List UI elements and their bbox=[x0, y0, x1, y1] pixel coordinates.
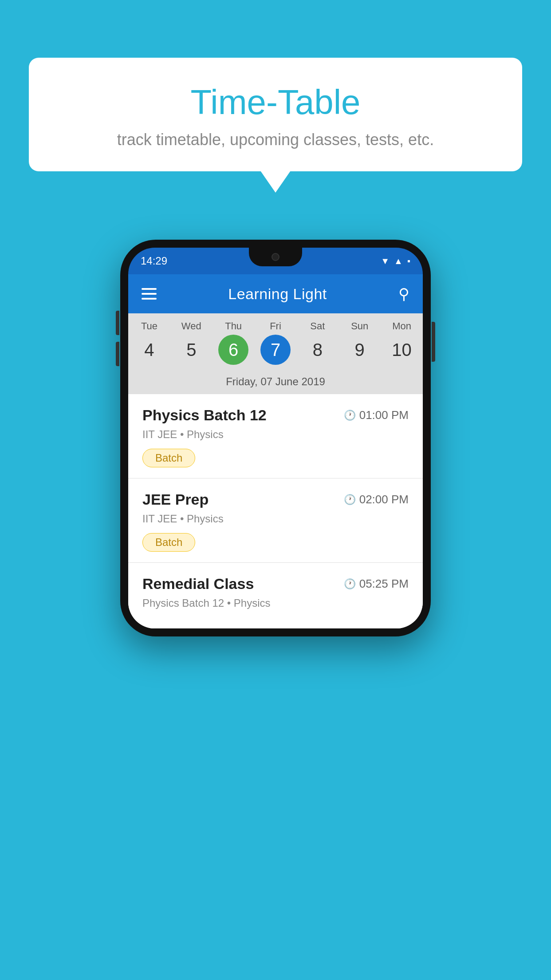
speech-bubble-container: Time-Table track timetable, upcoming cla… bbox=[29, 58, 522, 171]
phone-screen: Learning Light ⚲ Tue4Wed5Thu6Fri7Sat8Sun… bbox=[128, 274, 423, 628]
volume-down-button[interactable] bbox=[116, 342, 119, 366]
class-list: Physics Batch 12🕐 01:00 PMIIT JEE • Phys… bbox=[128, 394, 423, 628]
selected-date-label: Friday, 07 June 2019 bbox=[128, 371, 423, 394]
day-number[interactable]: 4 bbox=[134, 335, 164, 365]
day-number[interactable]: 6 bbox=[218, 335, 248, 365]
calendar-day[interactable]: Mon10 bbox=[381, 313, 423, 371]
day-name: Thu bbox=[213, 320, 255, 332]
bubble-subtitle: track timetable, upcoming classes, tests… bbox=[55, 130, 496, 149]
day-number[interactable]: 5 bbox=[176, 335, 206, 365]
phone-outer: 14:29 ▼ ▲ ▪ Learning Light ⚲ bbox=[120, 240, 431, 636]
day-number[interactable]: 9 bbox=[345, 335, 375, 365]
battery-icon: ▪ bbox=[407, 256, 410, 266]
status-icons: ▼ ▲ ▪ bbox=[381, 256, 410, 266]
menu-button[interactable] bbox=[142, 288, 157, 300]
day-name: Mon bbox=[381, 320, 423, 332]
signal-icon: ▲ bbox=[394, 256, 403, 266]
status-time: 14:29 bbox=[141, 255, 167, 267]
class-meta: IIT JEE • Physics bbox=[142, 428, 409, 441]
class-meta: IIT JEE • Physics bbox=[142, 513, 409, 525]
calendar-day[interactable]: Thu6 bbox=[213, 313, 255, 371]
class-item[interactable]: Remedial Class🕐 05:25 PMPhysics Batch 12… bbox=[128, 563, 423, 628]
status-bar: 14:29 ▼ ▲ ▪ bbox=[128, 248, 423, 274]
day-name: Sun bbox=[338, 320, 381, 332]
day-number[interactable]: 7 bbox=[260, 335, 291, 365]
class-meta: Physics Batch 12 • Physics bbox=[142, 597, 409, 609]
calendar-day[interactable]: Wed5 bbox=[170, 313, 213, 371]
app-title: Learning Light bbox=[169, 285, 386, 303]
phone-mockup: 14:29 ▼ ▲ ▪ Learning Light ⚲ bbox=[120, 240, 431, 636]
wifi-icon: ▼ bbox=[381, 256, 390, 266]
day-name: Fri bbox=[255, 320, 297, 332]
class-time: 🕐 02:00 PM bbox=[344, 493, 409, 506]
clock-icon: 🕐 bbox=[344, 494, 356, 506]
search-button[interactable]: ⚲ bbox=[398, 285, 409, 303]
clock-icon: 🕐 bbox=[344, 578, 356, 590]
power-button[interactable] bbox=[432, 322, 435, 362]
calendar-day[interactable]: Tue4 bbox=[128, 313, 170, 371]
volume-up-button[interactable] bbox=[116, 311, 119, 335]
clock-icon: 🕐 bbox=[344, 410, 356, 421]
calendar-week: Tue4Wed5Thu6Fri7Sat8Sun9Mon10 bbox=[128, 313, 423, 371]
app-bar: Learning Light ⚲ bbox=[128, 274, 423, 313]
day-name: Tue bbox=[128, 320, 170, 332]
day-number[interactable]: 10 bbox=[387, 335, 417, 365]
speech-bubble: Time-Table track timetable, upcoming cla… bbox=[29, 58, 522, 171]
batch-badge: Batch bbox=[142, 533, 195, 552]
day-name: Wed bbox=[170, 320, 213, 332]
class-name: Physics Batch 12 bbox=[142, 407, 267, 424]
bubble-title: Time-Table bbox=[55, 82, 496, 122]
class-time: 🕐 01:00 PM bbox=[344, 408, 409, 422]
day-name: Sat bbox=[296, 320, 338, 332]
calendar-day[interactable]: Sat8 bbox=[296, 313, 338, 371]
notch bbox=[249, 248, 302, 266]
batch-badge: Batch bbox=[142, 449, 195, 467]
calendar-day[interactable]: Sun9 bbox=[338, 313, 381, 371]
class-item[interactable]: Physics Batch 12🕐 01:00 PMIIT JEE • Phys… bbox=[128, 394, 423, 478]
class-time: 🕐 05:25 PM bbox=[344, 577, 409, 591]
class-item[interactable]: JEE Prep🕐 02:00 PMIIT JEE • PhysicsBatch bbox=[128, 478, 423, 563]
day-number[interactable]: 8 bbox=[303, 335, 333, 365]
camera bbox=[272, 253, 279, 261]
class-name: Remedial Class bbox=[142, 575, 254, 593]
class-name: JEE Prep bbox=[142, 491, 209, 508]
calendar-day[interactable]: Fri7 bbox=[255, 313, 297, 371]
